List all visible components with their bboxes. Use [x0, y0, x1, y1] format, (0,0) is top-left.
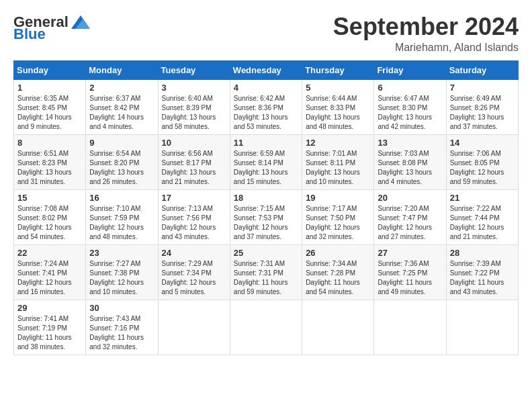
day-number: 20	[378, 193, 442, 203]
month-title: September 2024	[333, 13, 519, 40]
calendar-cell: 22 Sunrise: 7:24 AM Sunset: 7:41 PM Dayl…	[14, 244, 86, 300]
calendar-cell: 16 Sunrise: 7:10 AM Sunset: 7:59 PM Dayl…	[86, 189, 158, 244]
day-number: 13	[378, 138, 442, 148]
day-number: 29	[17, 303, 82, 313]
day-info: Sunrise: 7:08 AM Sunset: 8:02 PM Dayligh…	[17, 204, 82, 242]
day-info: Sunrise: 6:44 AM Sunset: 8:33 PM Dayligh…	[306, 94, 370, 132]
day-info: Sunrise: 7:36 AM Sunset: 7:25 PM Dayligh…	[378, 259, 442, 297]
calendar-cell	[158, 300, 230, 355]
day-info: Sunrise: 7:27 AM Sunset: 7:38 PM Dayligh…	[89, 259, 154, 297]
day-info: Sunrise: 6:35 AM Sunset: 8:45 PM Dayligh…	[17, 94, 82, 132]
calendar-cell: 21 Sunrise: 7:22 AM Sunset: 7:44 PM Dayl…	[446, 189, 518, 244]
calendar-weekday-saturday: Saturday	[446, 60, 518, 79]
location-title: Mariehamn, Aland Islands	[333, 42, 519, 54]
day-number: 3	[162, 83, 226, 93]
calendar-weekday-thursday: Thursday	[302, 60, 374, 79]
calendar-cell: 25 Sunrise: 7:31 AM Sunset: 7:31 PM Dayl…	[230, 244, 302, 300]
day-number: 7	[450, 83, 515, 93]
day-info: Sunrise: 7:20 AM Sunset: 7:47 PM Dayligh…	[378, 204, 442, 242]
day-number: 5	[306, 83, 370, 93]
calendar-cell: 11 Sunrise: 6:59 AM Sunset: 8:14 PM Dayl…	[230, 134, 302, 189]
day-info: Sunrise: 7:29 AM Sunset: 7:34 PM Dayligh…	[162, 259, 226, 297]
calendar-weekday-friday: Friday	[374, 60, 446, 79]
logo-blue-text: Blue	[13, 26, 46, 43]
title-block: September 2024 Mariehamn, Aland Islands	[333, 13, 519, 54]
day-number: 22	[17, 248, 82, 258]
day-number: 11	[234, 138, 298, 148]
calendar-cell: 13 Sunrise: 7:03 AM Sunset: 8:08 PM Dayl…	[374, 134, 446, 189]
calendar-weekday-monday: Monday	[86, 60, 158, 79]
calendar-cell	[230, 300, 302, 355]
day-number: 27	[378, 248, 442, 258]
day-info: Sunrise: 7:10 AM Sunset: 7:59 PM Dayligh…	[89, 204, 154, 242]
calendar-cell: 8 Sunrise: 6:51 AM Sunset: 8:23 PM Dayli…	[14, 134, 86, 189]
day-info: Sunrise: 7:34 AM Sunset: 7:28 PM Dayligh…	[306, 259, 370, 297]
calendar-cell: 7 Sunrise: 6:49 AM Sunset: 8:26 PM Dayli…	[446, 79, 518, 134]
day-info: Sunrise: 7:17 AM Sunset: 7:50 PM Dayligh…	[306, 204, 370, 242]
calendar-cell: 4 Sunrise: 6:42 AM Sunset: 8:36 PM Dayli…	[230, 79, 302, 134]
day-info: Sunrise: 7:22 AM Sunset: 7:44 PM Dayligh…	[450, 204, 515, 242]
day-info: Sunrise: 7:06 AM Sunset: 8:05 PM Dayligh…	[450, 149, 515, 187]
day-info: Sunrise: 6:54 AM Sunset: 8:20 PM Dayligh…	[89, 149, 154, 187]
calendar-cell: 20 Sunrise: 7:20 AM Sunset: 7:47 PM Dayl…	[374, 189, 446, 244]
calendar-week-5: 29 Sunrise: 7:41 AM Sunset: 7:19 PM Dayl…	[14, 300, 519, 355]
day-info: Sunrise: 7:41 AM Sunset: 7:19 PM Dayligh…	[17, 314, 82, 352]
calendar-cell: 5 Sunrise: 6:44 AM Sunset: 8:33 PM Dayli…	[302, 79, 374, 134]
calendar-cell: 15 Sunrise: 7:08 AM Sunset: 8:02 PM Dayl…	[14, 189, 86, 244]
day-number: 8	[17, 138, 82, 148]
logo-icon	[71, 15, 90, 29]
calendar-cell: 17 Sunrise: 7:13 AM Sunset: 7:56 PM Dayl…	[158, 189, 230, 244]
calendar-cell: 18 Sunrise: 7:15 AM Sunset: 7:53 PM Dayl…	[230, 189, 302, 244]
calendar-cell: 27 Sunrise: 7:36 AM Sunset: 7:25 PM Dayl…	[374, 244, 446, 300]
day-number: 18	[234, 193, 298, 203]
day-info: Sunrise: 7:24 AM Sunset: 7:41 PM Dayligh…	[17, 259, 82, 297]
day-info: Sunrise: 7:03 AM Sunset: 8:08 PM Dayligh…	[378, 149, 442, 187]
day-number: 16	[89, 193, 154, 203]
calendar-cell: 30 Sunrise: 7:43 AM Sunset: 7:16 PM Dayl…	[86, 300, 158, 355]
calendar-cell: 23 Sunrise: 7:27 AM Sunset: 7:38 PM Dayl…	[86, 244, 158, 300]
calendar-cell: 2 Sunrise: 6:37 AM Sunset: 8:42 PM Dayli…	[86, 79, 158, 134]
day-number: 30	[89, 303, 154, 313]
day-number: 24	[162, 248, 226, 258]
day-number: 10	[162, 138, 226, 148]
day-info: Sunrise: 6:59 AM Sunset: 8:14 PM Dayligh…	[234, 149, 298, 187]
day-info: Sunrise: 6:51 AM Sunset: 8:23 PM Dayligh…	[17, 149, 82, 187]
day-info: Sunrise: 7:43 AM Sunset: 7:16 PM Dayligh…	[89, 314, 154, 352]
calendar-cell: 10 Sunrise: 6:56 AM Sunset: 8:17 PM Dayl…	[158, 134, 230, 189]
day-number: 26	[306, 248, 370, 258]
calendar-weekday-tuesday: Tuesday	[158, 60, 230, 79]
day-info: Sunrise: 7:01 AM Sunset: 8:11 PM Dayligh…	[306, 149, 370, 187]
page-header: General Blue September 2024 Mariehamn, A…	[13, 13, 519, 54]
day-number: 23	[89, 248, 154, 258]
day-info: Sunrise: 6:37 AM Sunset: 8:42 PM Dayligh…	[89, 94, 154, 132]
calendar-header-row: SundayMondayTuesdayWednesdayThursdayFrid…	[14, 60, 519, 79]
calendar-cell: 19 Sunrise: 7:17 AM Sunset: 7:50 PM Dayl…	[302, 189, 374, 244]
calendar-cell: 12 Sunrise: 7:01 AM Sunset: 8:11 PM Dayl…	[302, 134, 374, 189]
logo: General Blue	[13, 13, 90, 43]
calendar-cell: 28 Sunrise: 7:39 AM Sunset: 7:22 PM Dayl…	[446, 244, 518, 300]
day-info: Sunrise: 7:31 AM Sunset: 7:31 PM Dayligh…	[234, 259, 298, 297]
calendar-cell: 26 Sunrise: 7:34 AM Sunset: 7:28 PM Dayl…	[302, 244, 374, 300]
day-number: 14	[450, 138, 515, 148]
day-number: 17	[162, 193, 226, 203]
day-number: 9	[89, 138, 154, 148]
calendar-cell: 1 Sunrise: 6:35 AM Sunset: 8:45 PM Dayli…	[14, 79, 86, 134]
calendar-cell: 3 Sunrise: 6:40 AM Sunset: 8:39 PM Dayli…	[158, 79, 230, 134]
day-info: Sunrise: 7:39 AM Sunset: 7:22 PM Dayligh…	[450, 259, 515, 297]
day-number: 2	[89, 83, 154, 93]
calendar-cell: 29 Sunrise: 7:41 AM Sunset: 7:19 PM Dayl…	[14, 300, 86, 355]
calendar-week-2: 8 Sunrise: 6:51 AM Sunset: 8:23 PM Dayli…	[14, 134, 519, 189]
day-number: 28	[450, 248, 515, 258]
calendar-cell: 14 Sunrise: 7:06 AM Sunset: 8:05 PM Dayl…	[446, 134, 518, 189]
day-number: 19	[306, 193, 370, 203]
calendar-weekday-sunday: Sunday	[14, 60, 86, 79]
day-info: Sunrise: 6:56 AM Sunset: 8:17 PM Dayligh…	[162, 149, 226, 187]
day-info: Sunrise: 7:13 AM Sunset: 7:56 PM Dayligh…	[162, 204, 226, 242]
calendar-week-1: 1 Sunrise: 6:35 AM Sunset: 8:45 PM Dayli…	[14, 79, 519, 134]
calendar-cell: 24 Sunrise: 7:29 AM Sunset: 7:34 PM Dayl…	[158, 244, 230, 300]
calendar-cell	[374, 300, 446, 355]
day-number: 6	[378, 83, 442, 93]
day-number: 12	[306, 138, 370, 148]
calendar-weekday-wednesday: Wednesday	[230, 60, 302, 79]
day-number: 4	[234, 83, 298, 93]
